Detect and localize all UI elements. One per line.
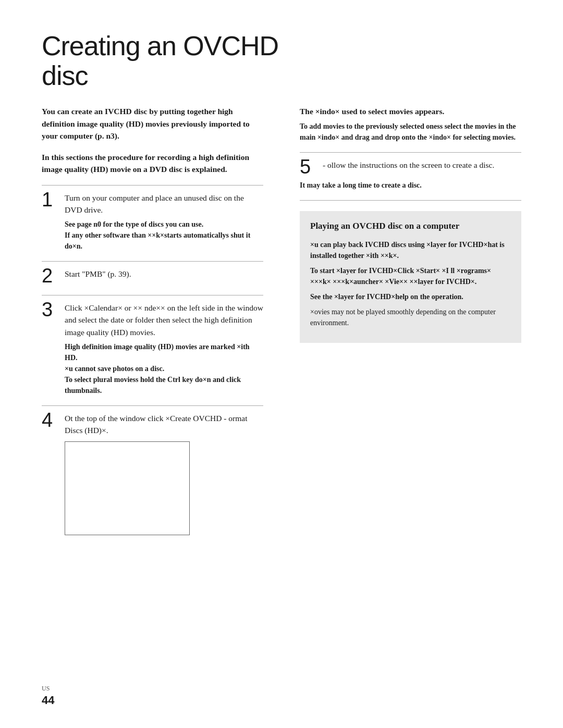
step-3-text: Click ×Calendar× or ×× nde×× on the left… [65, 302, 263, 338]
page-footer: US 44 [42, 685, 521, 707]
step-1-note-1: See page n0 for the type of discs you ca… [65, 219, 263, 230]
sidebar-box-content: ×u can play back IVCHD discs using ×laye… [310, 239, 511, 328]
page-title-line1: Creating an OVCHD [42, 31, 521, 61]
page-title-block: Creating an OVCHD disc [42, 31, 521, 91]
step-3-number: 3 [42, 300, 60, 319]
divider-step5 [300, 152, 521, 153]
sidebar-para-3: See the ×layer for IVCHD×help on the ope… [310, 291, 511, 302]
window-bold-title: The ×indo× used to select movies appears… [300, 105, 521, 117]
step-4-number: 4 [42, 410, 60, 430]
intro-text: You can create an IVCHD disc by putting … [42, 105, 263, 142]
step-5: 5 - ollow the instructions on the screen… [300, 159, 521, 191]
divider-step4 [42, 405, 263, 406]
intro-para2: In this sections the procedure for recor… [42, 151, 263, 176]
step-3-notes: High definition image quality (HD) movie… [65, 341, 263, 396]
step-2: 2 Start "PMB" (p. 39). [42, 268, 263, 286]
left-column: You can create an IVCHD disc by putting … [42, 105, 268, 535]
step-1-text: Turn on your computer and place an unuse… [65, 192, 263, 216]
country-label: US [42, 685, 50, 693]
step-1-notes: See page n0 for the type of discs you ca… [65, 219, 263, 252]
step-2-text: Start "PMB" (p. 39). [65, 268, 263, 280]
divider-step2 [42, 261, 263, 262]
right-column: The ×indo× used to select movies appears… [295, 105, 521, 535]
step-5-number: 5 [300, 157, 319, 177]
step-5-note-text: It may take a long time to create a disc… [300, 180, 521, 191]
step-5-note: It may take a long time to create a disc… [300, 180, 521, 191]
step-1: 1 Turn on your computer and place an unu… [42, 192, 263, 252]
intro-para1: You can create an IVCHD disc by putting … [42, 105, 263, 142]
step-1-note-2: If any other software than ××k×starts au… [65, 230, 263, 252]
step-5-text: - ollow the instructions on the screen t… [323, 159, 521, 171]
footer-left: US 44 [42, 685, 54, 707]
step-4: 4 Ot the top of the window click ×Create… [42, 412, 263, 536]
divider-step3 [42, 295, 263, 295]
step-3: 3 Click ×Calendar× or ×× nde×× on the le… [42, 302, 263, 396]
page-title-line2: disc [42, 61, 521, 91]
window-appears-text: The ×indo× used to select movies appears… [300, 105, 521, 142]
step-3-note-1: High definition image quality (HD) movie… [65, 341, 263, 363]
sidebar-box: Playing an OVCHD disc on a computer ×u c… [300, 211, 521, 343]
divider-sidebar [300, 200, 521, 201]
step-1-number: 1 [42, 190, 60, 209]
window-detail: To add movies to the previously selected… [300, 121, 521, 143]
sidebar-para-2: To start ×layer for IVCHD×Click ×Start× … [310, 265, 511, 287]
page-number: 44 [42, 694, 54, 707]
step-3-note-3: To select plural moviess hold the Ctrl k… [65, 374, 263, 396]
sidebar-para-1: ×u can play back IVCHD discs using ×laye… [310, 239, 511, 261]
step-2-number: 2 [42, 266, 60, 286]
step-3-note-2: ×u cannot save photos on a disc. [65, 363, 263, 374]
step-4-text: Ot the top of the window click ×Create O… [65, 412, 263, 437]
sidebar-box-title: Playing an OVCHD disc on a computer [310, 220, 511, 232]
divider-step1 [42, 185, 263, 186]
sidebar-para-4: ×ovies may not be played smoothly depend… [310, 306, 511, 328]
step-4-image [65, 441, 190, 535]
intro-text2: In this sections the procedure for recor… [42, 151, 263, 176]
